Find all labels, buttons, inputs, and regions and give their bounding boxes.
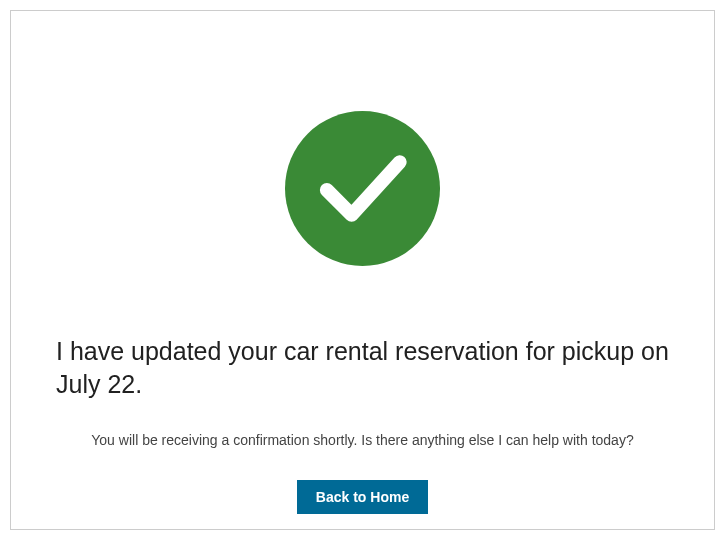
confirmation-panel: I have updated your car rental reservati… bbox=[10, 10, 715, 530]
back-to-home-button[interactable]: Back to Home bbox=[297, 480, 428, 514]
confirmation-heading: I have updated your car rental reservati… bbox=[56, 335, 669, 400]
checkmark-circle-icon bbox=[285, 111, 440, 266]
svg-point-0 bbox=[285, 111, 440, 266]
confirmation-subtext: You will be receiving a confirmation sho… bbox=[91, 432, 633, 448]
success-icon-wrap bbox=[285, 111, 440, 270]
